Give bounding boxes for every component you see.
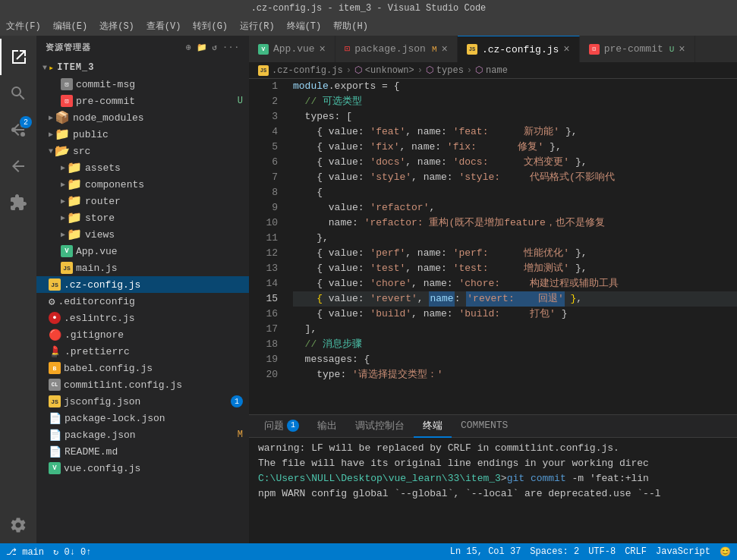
sidebar-item-src[interactable]: ▼ 📂 src: [36, 143, 249, 159]
sidebar-item-package-lock[interactable]: 📄 package-lock.json: [36, 410, 249, 426]
status-line-ending[interactable]: CRLF: [625, 546, 647, 558]
tab-pre-commit[interactable]: ⊡ pre-commit U ×: [580, 36, 695, 62]
status-language[interactable]: JavaScript: [656, 546, 710, 558]
menu-run[interactable]: 运行(R): [240, 20, 275, 33]
file-tree: ▼ ▸ ITEM_3 ⊡ commit-msg ⊡ pre-commit U ▶…: [36, 59, 249, 543]
status-position[interactable]: Ln 15, Col 37: [450, 546, 521, 558]
tab-app-vue[interactable]: V App.vue ×: [249, 36, 335, 62]
collapse-icon[interactable]: ···: [222, 42, 240, 52]
jsconfig-label: jsconfig.json: [64, 396, 140, 407]
terminal-content[interactable]: warning: LF will be replaced by CRLF in …: [249, 438, 737, 543]
menu-terminal[interactable]: 终端(T): [287, 20, 322, 33]
code-line-2: // 可选类型: [293, 94, 737, 109]
sidebar-item-gitignore[interactable]: 🔴 .gitignore: [36, 326, 249, 343]
breadcrumb-types[interactable]: types: [436, 65, 464, 76]
panel-tab-output[interactable]: 输出: [308, 415, 346, 438]
panel-tab-comments[interactable]: COMMENTS: [452, 415, 517, 438]
breadcrumb-name[interactable]: name: [486, 65, 508, 76]
gitignore-label: .gitignore: [65, 329, 124, 341]
activity-git[interactable]: 2: [0, 112, 36, 148]
terminal-panel: 问题 1 输出 调试控制台 终端 COMMENTS warning: LF wi…: [249, 414, 737, 543]
sidebar-item-package-json[interactable]: 📄 package.json M: [36, 426, 249, 443]
sidebar-item-readme[interactable]: 📄 README.md: [36, 443, 249, 460]
ln-12: 12: [249, 246, 278, 261]
sidebar-item-commitlint[interactable]: CL commitlint.config.js: [36, 376, 249, 393]
sidebar-item-cz-config[interactable]: JS .cz-config.js: [36, 276, 249, 293]
svg-point-0: [11, 127, 16, 132]
tab-package-json-modified: M: [432, 45, 437, 54]
tab-package-json[interactable]: ⊡ package.json M ×: [335, 36, 458, 62]
menu-file[interactable]: 文件(F): [6, 20, 41, 33]
pre-commit-label: pre-commit: [76, 96, 135, 107]
title-bar-text: .cz-config.js - item_3 - Visual Studio C…: [6, 3, 731, 14]
sidebar-item-jsconfig[interactable]: JS jsconfig.json 1: [36, 393, 249, 410]
tab-pre-commit-close[interactable]: ×: [679, 43, 685, 55]
sidebar-item-commit-msg[interactable]: ⊡ commit-msg: [36, 76, 249, 93]
folder-icon: ▸: [49, 62, 54, 74]
breadcrumb-sep2: ›: [417, 65, 423, 76]
panel-tab-terminal[interactable]: 终端: [414, 415, 452, 438]
status-sync[interactable]: ↻ 0↓ 0↑: [53, 546, 91, 558]
sidebar-item-eslintrc[interactable]: ● .eslintrc.js: [36, 310, 249, 326]
sidebar-item-store[interactable]: ▶ 📁 store: [36, 209, 249, 226]
tab-app-vue-close[interactable]: ×: [320, 43, 326, 55]
sidebar-item-pre-commit[interactable]: ⊡ pre-commit U: [36, 93, 249, 109]
sidebar-item-public[interactable]: ▶ 📁 public: [36, 126, 249, 143]
menu-help[interactable]: 帮助(H): [333, 20, 368, 33]
tab-cz-config[interactable]: JS .cz-config.js ×: [458, 36, 580, 62]
code-line-16: { value: 'build', name: 'build: 打包' }: [293, 307, 737, 322]
tree-arrow: ▶: [49, 113, 53, 122]
refresh-icon[interactable]: ↺: [213, 42, 219, 52]
menu-view[interactable]: 查看(V): [146, 20, 181, 33]
sidebar-item-assets[interactable]: ▶ 📁 assets: [36, 159, 249, 176]
sidebar-item-app-vue[interactable]: V App.vue: [36, 243, 249, 260]
sidebar-item-babel[interactable]: B babel.config.js: [36, 360, 249, 376]
menu-select[interactable]: 选择(S): [99, 20, 134, 33]
terminal-line-2: The file will have its original line end…: [258, 456, 728, 471]
sidebar-item-vue-config[interactable]: V vue.config.js: [36, 460, 249, 477]
tab-pre-commit-label: pre-commit: [604, 43, 663, 55]
activity-explorer[interactable]: [0, 39, 36, 75]
tab-package-json-close[interactable]: ×: [441, 43, 447, 55]
panel-tab-problems[interactable]: 问题 1: [255, 415, 308, 438]
sidebar-item-prettierrc[interactable]: 💄 .prettierrc: [36, 343, 249, 360]
breadcrumb-sep1: ›: [346, 65, 351, 76]
breadcrumb-file[interactable]: .cz-config.js: [272, 65, 343, 76]
tab-cz-config-close[interactable]: ×: [563, 43, 569, 55]
code-line-15: { value: 'revert' , name : 'revert: 回退' …: [293, 291, 737, 307]
sidebar-item-node-modules[interactable]: ▶ 📦 node_modules: [36, 109, 249, 126]
sidebar-item-router[interactable]: ▶ 📁 router: [36, 193, 249, 209]
sidebar-item-main-js[interactable]: JS main.js: [36, 260, 249, 276]
src-label: src: [73, 146, 90, 157]
activity-search[interactable]: [0, 75, 36, 112]
status-spaces[interactable]: Spaces: 2: [530, 546, 579, 558]
sidebar-item-views[interactable]: ▶ 📁 views: [36, 226, 249, 243]
new-file-icon[interactable]: ⊕: [186, 42, 192, 52]
status-encoding[interactable]: UTF-8: [588, 546, 616, 558]
activity-settings[interactable]: [0, 507, 36, 543]
menu-edit[interactable]: 编辑(E): [53, 20, 88, 33]
activity-extensions[interactable]: [0, 184, 36, 221]
sidebar-item-components[interactable]: ▶ 📁 components: [36, 176, 249, 193]
ln-3: 3: [249, 109, 278, 124]
ln-1: 1: [249, 79, 278, 94]
code-content[interactable]: module.exports = { // 可选类型 types: [ { va…: [287, 79, 737, 414]
panel-tab-debug[interactable]: 调试控制台: [346, 415, 414, 438]
editorconfig-icon: ⚙: [49, 295, 55, 308]
menu-goto[interactable]: 转到(G): [193, 20, 228, 33]
gitignore-icon: 🔴: [49, 329, 61, 341]
new-folder-icon[interactable]: 📁: [197, 42, 208, 52]
tree-root[interactable]: ▼ ▸ ITEM_3: [36, 59, 249, 76]
sidebar-item-editorconfig[interactable]: ⚙ .editorconfig: [36, 293, 249, 310]
ln-18: 18: [249, 337, 278, 352]
router-label: router: [85, 196, 121, 207]
tree-arrow: ▼: [49, 147, 53, 156]
sidebar: 资源管理器 ⊕ 📁 ↺ ··· ▼ ▸ ITEM_3 ⊡ commit-msg: [36, 36, 249, 543]
status-feedback[interactable]: 😊: [720, 546, 731, 558]
breadcrumb-unknown[interactable]: <unknown>: [365, 65, 414, 76]
package-lock-icon: 📄: [49, 412, 61, 425]
app-vue-label: App.vue: [76, 246, 118, 257]
panel-debug-label: 调试控制台: [355, 419, 405, 433]
status-branch[interactable]: ⎇ main: [6, 546, 44, 558]
activity-debug[interactable]: [0, 148, 36, 184]
